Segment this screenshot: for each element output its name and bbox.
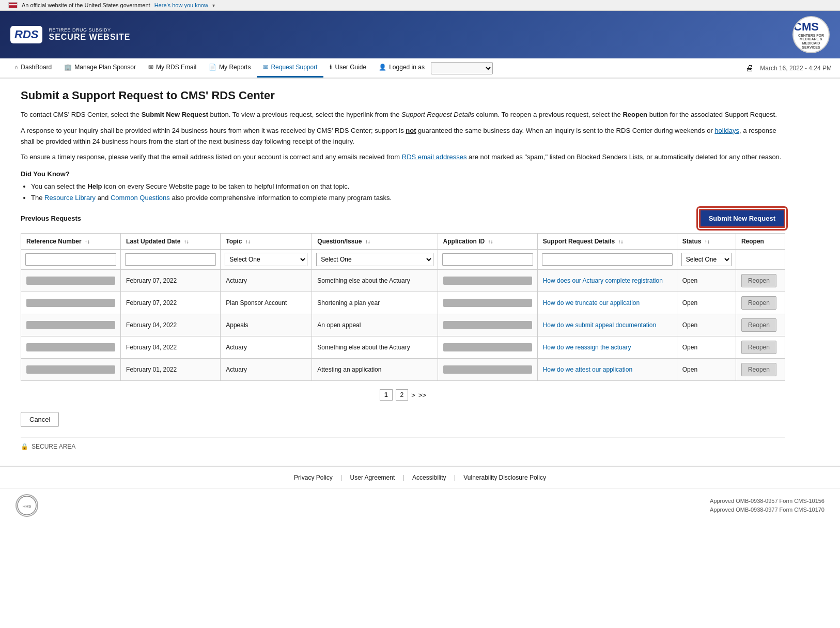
cms-logo: CMS CENTERS FORMEDICARE &MEDICAID SERVIC… [792,16,830,53]
nav-label-manage-plan-sponsor: Manage Plan Sponsor [74,64,136,71]
cell-date-3: February 04, 2022 [121,314,221,336]
cell-date-4: February 04, 2022 [121,336,221,359]
footer-vulnerability-link[interactable]: Vulnerability Disclosure Policy [463,474,546,481]
page-1-button[interactable]: 1 [380,389,393,401]
cell-details-4: How do we reassign the actuary [537,336,677,359]
filter-date [121,250,221,270]
col-header-support-request-details: Support Request Details ↑↓ [537,234,677,250]
reopen-button-5[interactable]: Reopen [741,363,776,376]
nav-left: ⌂ DashBoard 🏢 Manage Plan Sponsor ✉ My R… [8,58,493,78]
cell-status-2: Open [677,292,736,314]
page-next-button[interactable]: > [411,391,415,399]
bullet-item-1: You can select the Help icon on every Se… [31,181,785,192]
sort-icon-appid[interactable]: ↑↓ [488,239,493,244]
sort-icon-details[interactable]: ↑↓ [618,239,623,244]
nav-label-user-guide: User Guide [335,64,366,71]
table-row: February 04, 2022 Appeals An open appeal… [21,314,785,336]
rds-letters: RDS [14,28,38,41]
cell-ref-4 [21,336,121,359]
footer-accessibility-link[interactable]: Accessibility [412,474,446,481]
footer-sep-2: | [403,474,405,481]
table-row: February 04, 2022 Actuary Something else… [21,336,785,359]
cell-reopen-3: Reopen [736,314,785,336]
col-header-application-id: Application ID ↑↓ [438,234,537,250]
nav-item-my-reports[interactable]: 📄 My Reports [203,58,257,78]
lock-icon: 🔒 [21,443,28,450]
nav-item-dashboard[interactable]: ⌂ DashBoard [8,58,58,78]
sort-icon-topic[interactable]: ↑↓ [245,239,251,244]
filter-topic-select[interactable]: Select One Actuary Appeals Plan Sponsor … [225,253,307,266]
nav-item-manage-plan-sponsor[interactable]: 🏢 Manage Plan Sponsor [58,58,142,78]
logged-in-select[interactable] [431,62,493,74]
cell-topic-5: Actuary [221,359,312,381]
filter-date-input[interactable] [125,253,216,266]
filter-reopen-empty [736,250,785,270]
page-last-button[interactable]: >> [418,391,426,399]
cell-details-3: How do we submit appeal documentation [537,314,677,336]
nav-item-my-rds-email[interactable]: ✉ My RDS Email [142,58,203,78]
rds-logo-box: RDS [10,26,42,43]
page-2-button[interactable]: 2 [396,389,409,401]
filter-details-input[interactable] [542,253,673,266]
redacted-ref-4 [26,343,115,351]
holidays-link[interactable]: holidays [714,127,739,134]
redacted-appid-3 [443,321,532,329]
common-questions-link[interactable]: Common Questions [111,194,170,202]
redacted-ref-1 [26,277,115,285]
nav-item-request-support[interactable]: ✉ Request Support [257,58,323,78]
cell-topic-3: Appeals [221,314,312,336]
col-header-last-updated-date: Last Updated Date ↑↓ [121,234,221,250]
approved-form-2: Approved OMB-0938-0977 Form CMS-10170 [710,506,825,515]
cell-date-2: February 07, 2022 [121,292,221,314]
filter-ref [21,250,121,270]
footer-sep-3: | [454,474,456,481]
site-title: SECURE WEBSITE [49,33,130,42]
details-link-5[interactable]: How do we attest our application [543,366,632,373]
cell-appid-3 [438,314,537,336]
col-header-reopen: Reopen [736,234,785,250]
cancel-button[interactable]: Cancel [21,412,59,427]
filter-reference-number-input[interactable] [25,253,116,266]
gov-banner-link[interactable]: Here's how you know [154,2,208,8]
filter-issue-select[interactable]: Select One Something else about the Actu… [316,253,433,266]
bullet-item-2: The Resource Library and Common Question… [31,192,785,204]
cell-status-1: Open [677,270,736,292]
intro-paragraph-1: To contact CMS' RDS Center, select the S… [21,110,785,120]
details-link-2[interactable]: How do we truncate our application [543,299,640,307]
rds-email-addresses-link[interactable]: RDS email addresses [402,153,467,161]
reopen-button-2[interactable]: Reopen [741,296,776,310]
details-link-4[interactable]: How do we reassign the actuary [543,344,631,351]
col-header-question-issue: Question/Issue ↑↓ [312,234,438,250]
filter-status-select[interactable]: Select One Open Closed [681,253,732,266]
reopen-button-3[interactable]: Reopen [741,318,776,332]
cell-reopen-4: Reopen [736,336,785,359]
nav-item-logged-in[interactable]: 👤 Logged in as [372,58,431,78]
cell-issue-3: An open appeal [312,314,438,336]
footer-privacy-policy-link[interactable]: Privacy Policy [294,474,333,481]
section-title: Previous Requests [21,215,81,222]
sort-icon-issue[interactable]: ↑↓ [365,239,370,244]
rds-subtitle: RETIREE DRUG SUBSIDY [49,27,130,33]
cell-issue-2: Shortening a plan year [312,292,438,314]
reopen-button-1[interactable]: Reopen [741,274,776,287]
did-you-know-heading: Did You Know? [21,170,785,178]
filter-app-id-input[interactable] [442,253,533,266]
pagination: 1 2 > >> [21,389,785,401]
page-content: Submit a Support Request to CMS' RDS Cen… [0,79,806,466]
sort-icon-status[interactable]: ↑↓ [705,239,710,244]
rds-logo: RDS RETIREE DRUG SUBSIDY SECURE WEBSITE [10,26,130,43]
intro-paragraph-3: To ensure a timely response, please veri… [21,152,785,163]
sort-icon-date[interactable]: ↑↓ [184,239,189,244]
submit-new-request-button[interactable]: Submit New Request [699,209,785,228]
cell-status-5: Open [677,359,736,381]
filter-status: Select One Open Closed [677,250,736,270]
printer-icon[interactable]: 🖨 [745,64,754,73]
footer-user-agreement-link[interactable]: User Agreement [350,474,395,481]
resource-library-link[interactable]: Resource Library [44,194,96,202]
nav-item-user-guide[interactable]: ℹ User Guide [323,58,372,78]
sort-icon-ref[interactable]: ↑↓ [85,239,90,244]
filter-topic: Select One Actuary Appeals Plan Sponsor … [221,250,312,270]
reopen-button-4[interactable]: Reopen [741,341,776,354]
details-link-3[interactable]: How do we submit appeal documentation [543,321,656,329]
details-link-1[interactable]: How does our Actuary complete registrati… [543,277,663,284]
